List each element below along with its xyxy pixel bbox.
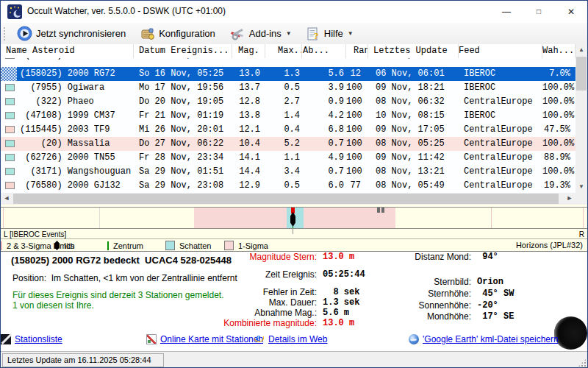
hyperlink[interactable]: 'Google Earth' kml-Datei speichern (409, 333, 559, 345)
table-row[interactable]: (115445) 2003 TF9 Mi 26 Nov, 20:01 12.1 … (1, 123, 576, 137)
help-icon: ? (306, 26, 320, 41)
detail-row: Fehler in Zeit: 8 sek (177, 287, 359, 297)
status-bar: Letztes Update am 16.11.2025 05:28:44 (1, 352, 587, 368)
max-duration: 0.5 (265, 179, 302, 193)
minimize-button[interactable]: — (490, 1, 523, 23)
max-duration: 0.5 (265, 81, 302, 95)
maximize-button[interactable]: □ (523, 1, 555, 23)
probability: 88.9% (542, 151, 576, 165)
event-type-icon (5, 140, 15, 147)
last-update: 08 Nov, 06:32 (368, 95, 459, 109)
addins-label: Add-ins (249, 28, 282, 39)
help-label: Hilfe (324, 28, 343, 39)
table-row[interactable]: (76580) 2000 GJ132 Sa 29 Nov, 23:08 12.9… (1, 179, 576, 193)
last-update: 06 Nov, 06:01 (368, 67, 459, 81)
table-row[interactable]: (20) Massalia Do 27 Nov, 06:22 10.4 5.2 … (1, 137, 576, 151)
resize-grip[interactable] (578, 358, 587, 367)
event-type-icon (5, 58, 15, 59)
table-row[interactable]: (322) Phaeo Do 20 Nov, 19:05 12.8 2.7 0.… (1, 95, 576, 109)
column-header[interactable]: Datum Ereignis... (134, 44, 232, 58)
rank: 100 (346, 95, 368, 109)
last-update: 08 Nov, 13:21 (368, 165, 459, 179)
feed: CentralEurope (459, 95, 542, 109)
configuration-icon (140, 26, 155, 41)
table-row[interactable]: (62726) 2000 TN55 Fr 28 Nov, 23:34 14.1 … (1, 151, 576, 165)
event-date: So 16 Nov, 05:25 (134, 67, 232, 81)
hyperlink[interactable]: Stationsliste (1, 333, 62, 345)
max-duration: 1.3 (265, 67, 302, 81)
scroll-down-arrow[interactable]: ▼ (576, 181, 587, 193)
horizontal-scroll-thumb[interactable] (13, 194, 559, 204)
asteroid-name: (158025) 2000 RG72 (20, 67, 134, 81)
mag-drop: 6.0 (302, 179, 346, 193)
mag-drop: 0.7 (302, 137, 346, 151)
vertical-scrollbar[interactable]: ▲ ▼ (576, 44, 587, 193)
links-row: Online Karte mit Stationen Details im We… (1, 333, 587, 347)
scroll-up-arrow[interactable]: ▲ (576, 44, 587, 56)
column-header[interactable]: Rang (346, 44, 368, 58)
sync-now-button[interactable]: Jetzt synchronisieren (12, 24, 131, 43)
column-header[interactable]: Name Asteroid (1, 44, 134, 58)
legend-item: 1-Sigma (224, 240, 268, 251)
detail-row: Max. Dauer: 1.3 sek (177, 297, 359, 308)
table-row[interactable]: (158025) 2000 RG72 So 16 Nov, 05:25 13.0… (1, 67, 576, 81)
feed: IBEROC (459, 81, 542, 95)
table-row[interactable]: (47108) 1999 CM37 Fr 21 Nov, 01:19 13.8 … (1, 109, 576, 123)
mag-drop: 5.6 (302, 67, 346, 81)
max-duration: 0.4 (265, 123, 302, 137)
feed-events-label: L [IBEROC Events] (4, 230, 66, 238)
scroll-right-arrow[interactable]: ► (564, 193, 576, 205)
addins-button[interactable]: Add-ins ▼ (225, 24, 297, 43)
mag-drop: 6.8 (302, 123, 346, 137)
mag-drop: 0.7 (302, 165, 346, 179)
sigma-limit-line (583, 208, 584, 228)
event-type-icon (5, 182, 15, 189)
last-update: 08 Nov, 05:49 (368, 179, 459, 193)
configuration-button[interactable]: Konfiguration (135, 24, 220, 43)
probability: 100.0% (542, 81, 576, 95)
vertical-scroll-thumb[interactable] (576, 57, 587, 91)
table-row[interactable]: (3171) Wangshouguan Sa 29 Nov, 01:51 14.… (1, 165, 576, 179)
column-header[interactable]: Ab... (302, 44, 346, 58)
title-bar[interactable]: Occult Watcher, ver. 5.5.0.0 - DSWK (UTC… (1, 1, 587, 23)
column-header[interactable]: Feed (459, 44, 542, 58)
probability: 7.0% (542, 67, 576, 81)
asteroid-name: (62726) 2000 TN55 (20, 151, 134, 165)
detail-row: Distanz Mond: 94° (390, 252, 498, 262)
rank: 12 (346, 67, 368, 81)
probability: 19.3% (542, 179, 576, 193)
last-update: 08 Nov, 05:25 (368, 137, 459, 151)
configuration-label: Konfiguration (159, 28, 215, 39)
sync-icon (17, 26, 32, 41)
column-header[interactable]: Letztes Update (368, 44, 459, 58)
table-row[interactable]: (7955) Ogiwara Mo 17 Nov, 19:56 13.7 0.5… (1, 81, 576, 95)
feed: CentralEurope (459, 137, 542, 151)
toolbar-grip[interactable] (3, 26, 6, 41)
event-date: Fr 28 Nov, 23:34 (134, 151, 232, 165)
hyperlink[interactable]: Details im Web (254, 333, 327, 345)
event-type-icon (5, 84, 15, 91)
event-details-panel: (158025) 2000 RG72 bedeckt UCAC4 528-025… (1, 252, 587, 352)
timeline-gridline (99, 208, 100, 228)
sigma-limit-line (3, 208, 4, 228)
column-header[interactable]: Mag. (232, 44, 265, 58)
rank: 77 (346, 179, 368, 193)
detail-row: Sonnenhöhe: -20° (390, 300, 498, 311)
probability: 100.0% (542, 165, 576, 179)
detail-row: Magnitude Stern: 13.0 m (177, 252, 354, 262)
column-header[interactable]: Max... (265, 44, 302, 58)
partial-row[interactable]: (75812) 2000 WK Sa 15 Nov, 17:21 12.6 0.… (1, 58, 576, 63)
asteroid-name: (47108) 1999 CM37 (20, 109, 134, 123)
app-icon (7, 4, 22, 19)
hyperlink[interactable]: Online Karte mit Stationen (146, 333, 263, 345)
event-date: Sa 29 Nov, 23:08 (134, 179, 232, 193)
horizontal-scrollbar[interactable]: ◄ ► (1, 193, 576, 205)
rank: 100 (346, 81, 368, 95)
legend-item: Zentrum (107, 240, 143, 251)
probability: 47.5% (542, 123, 576, 137)
magnitude: 10.4 (232, 137, 265, 151)
help-button[interactable]: ? Hilfe ▼ (301, 24, 359, 43)
close-button[interactable]: ✕ (555, 1, 587, 23)
scroll-left-arrow[interactable]: ◄ (1, 193, 12, 205)
column-header[interactable]: Wah... (542, 44, 576, 58)
